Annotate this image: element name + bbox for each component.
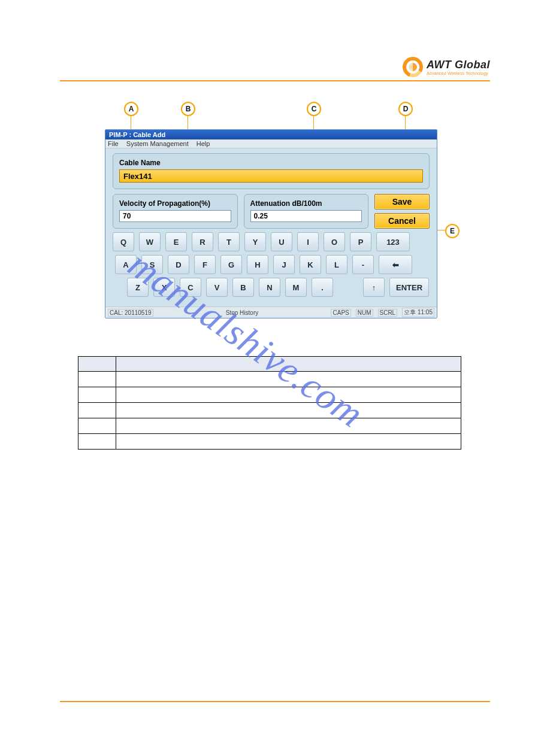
key-L[interactable]: L bbox=[326, 255, 347, 274]
ref-row-A-left bbox=[78, 372, 116, 387]
status-num: NUM bbox=[356, 309, 373, 317]
key-123[interactable]: 123 bbox=[376, 232, 410, 251]
key-F[interactable]: F bbox=[194, 255, 216, 274]
panel-velocity: Velocity of Propagation(%) bbox=[113, 194, 238, 229]
ref-row-A-right bbox=[116, 372, 461, 387]
ref-row-C-right bbox=[116, 403, 461, 418]
status-cal: CAL: 20110519 bbox=[108, 309, 153, 317]
callout-B: B bbox=[181, 102, 195, 116]
key-G[interactable]: G bbox=[220, 255, 242, 274]
app-window: PIM-P : Cable Add File System Management… bbox=[105, 129, 437, 318]
menu-bar[interactable]: File System Management Help bbox=[105, 139, 437, 148]
header-rule bbox=[60, 80, 490, 81]
ref-row-E-left bbox=[78, 434, 116, 450]
panel-cable-name: Cable Name bbox=[113, 153, 430, 189]
key-T[interactable]: T bbox=[218, 232, 240, 251]
brand-logo: AWT Global Advanced Wireless Technology bbox=[403, 57, 490, 77]
ref-row-B-left bbox=[78, 387, 116, 403]
callout-A: A bbox=[124, 102, 138, 116]
callout-C: C bbox=[307, 102, 321, 116]
velocity-field[interactable] bbox=[119, 210, 231, 222]
ref-row-B-right bbox=[116, 387, 461, 403]
footer-rule bbox=[60, 701, 490, 702]
key-dash[interactable]: - bbox=[352, 255, 374, 274]
save-button[interactable]: Save bbox=[374, 194, 430, 210]
menu-file[interactable]: File bbox=[108, 140, 119, 147]
key-E[interactable]: E bbox=[165, 232, 187, 251]
brand-subtitle: Advanced Wireless Technology bbox=[427, 71, 490, 75]
callout-row: A B C D bbox=[105, 102, 437, 126]
label-cable-name: Cable Name bbox=[119, 159, 423, 167]
ref-header-1 bbox=[78, 357, 116, 372]
key-backspace[interactable]: ⬅ bbox=[379, 255, 412, 274]
logo-swirl-icon bbox=[403, 57, 423, 77]
key-S[interactable]: S bbox=[141, 255, 163, 274]
key-K[interactable]: K bbox=[300, 255, 321, 274]
ref-header-2 bbox=[116, 357, 461, 372]
label-velocity: Velocity of Propagation(%) bbox=[119, 199, 231, 208]
cancel-button[interactable]: Cancel bbox=[374, 213, 430, 229]
key-C[interactable]: C bbox=[180, 278, 201, 297]
key-W[interactable]: W bbox=[139, 232, 161, 251]
reference-table bbox=[78, 356, 461, 450]
key-N[interactable]: N bbox=[259, 278, 280, 297]
ref-row-C-left bbox=[78, 403, 116, 418]
key-O[interactable]: O bbox=[324, 232, 345, 251]
status-bar: CAL: 20110519 Stop History CAPS NUM SCRL… bbox=[105, 306, 437, 318]
callout-E: E bbox=[445, 224, 460, 238]
status-clock: 오후 11:05 bbox=[402, 308, 434, 317]
key-P[interactable]: P bbox=[350, 232, 371, 251]
key-R[interactable]: R bbox=[192, 232, 213, 251]
window-title: PIM-P : Cable Add bbox=[105, 130, 437, 139]
menu-system-management[interactable]: System Management bbox=[126, 140, 189, 147]
cable-name-field[interactable] bbox=[119, 169, 423, 183]
ref-row-D-left bbox=[78, 418, 116, 434]
panel-attenuation: Attenuation dB/100m bbox=[244, 194, 369, 229]
key-H[interactable]: H bbox=[247, 255, 268, 274]
key-B[interactable]: B bbox=[232, 278, 254, 297]
menu-help[interactable]: Help bbox=[197, 140, 210, 147]
status-stop-history: Stop History bbox=[226, 309, 258, 316]
key-shift[interactable]: ↑ bbox=[363, 278, 385, 297]
brand-title: AWT Global bbox=[427, 59, 490, 71]
status-scrl: SCRL bbox=[378, 309, 398, 317]
key-I[interactable]: I bbox=[297, 232, 319, 251]
key-Z[interactable]: Z bbox=[127, 278, 149, 297]
attenuation-field[interactable] bbox=[250, 210, 362, 222]
ref-row-D-right bbox=[116, 418, 461, 434]
key-X[interactable]: X bbox=[153, 278, 175, 297]
key-J[interactable]: J bbox=[273, 255, 295, 274]
figure-cable-add: A B C D E PIM-P : Cable Add File System … bbox=[105, 102, 437, 318]
key-M[interactable]: M bbox=[285, 278, 307, 297]
key-U[interactable]: U bbox=[271, 232, 292, 251]
key-V[interactable]: V bbox=[206, 278, 228, 297]
key-Y[interactable]: Y bbox=[244, 232, 266, 251]
key-period[interactable]: . bbox=[312, 278, 333, 297]
key-enter[interactable]: ENTER bbox=[389, 278, 429, 297]
on-screen-keyboard: Q W E R T Y U I O P 123 A S bbox=[113, 232, 430, 297]
status-caps: CAPS bbox=[331, 309, 350, 317]
callout-D: D bbox=[398, 102, 413, 116]
ref-row-E-right bbox=[116, 434, 461, 450]
label-attenuation: Attenuation dB/100m bbox=[250, 199, 362, 208]
key-D[interactable]: D bbox=[168, 255, 189, 274]
key-A[interactable]: A bbox=[115, 255, 137, 274]
key-Q[interactable]: Q bbox=[113, 232, 134, 251]
